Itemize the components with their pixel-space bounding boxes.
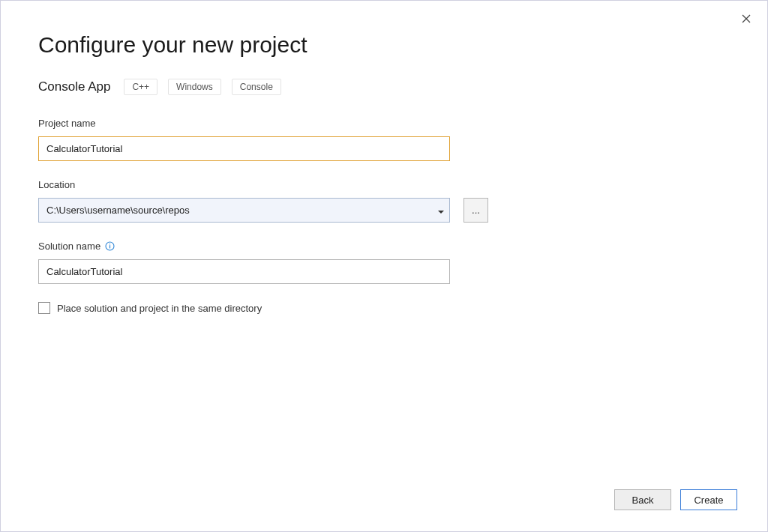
- same-directory-checkbox[interactable]: [38, 302, 50, 314]
- page-title: Configure your new project: [38, 32, 730, 58]
- location-combo[interactable]: [38, 198, 450, 223]
- template-summary: Console App C++ Windows Console: [38, 79, 730, 95]
- template-tag: Windows: [168, 79, 221, 95]
- template-name: Console App: [38, 79, 110, 94]
- same-directory-checkbox-row: Place solution and project in the same d…: [38, 302, 730, 314]
- solution-name-group: Solution name: [38, 241, 730, 284]
- close-button[interactable]: [739, 11, 754, 26]
- close-icon: [742, 14, 751, 23]
- same-directory-label[interactable]: Place solution and project in the same d…: [57, 303, 262, 314]
- svg-rect-4: [110, 244, 110, 244]
- location-label: Location: [38, 179, 730, 190]
- project-name-input[interactable]: [38, 136, 450, 161]
- dialog-footer: Back Create: [614, 489, 737, 510]
- template-tag: C++: [124, 79, 158, 95]
- location-input[interactable]: [38, 198, 450, 223]
- dialog-content: Configure your new project Console App C…: [1, 1, 767, 314]
- create-button[interactable]: Create: [680, 489, 737, 510]
- browse-location-button[interactable]: ...: [464, 198, 488, 223]
- solution-name-label: Solution name: [38, 241, 730, 252]
- template-tag: Console: [232, 79, 281, 95]
- location-group: Location ...: [38, 179, 730, 223]
- project-name-label: Project name: [38, 118, 730, 129]
- info-icon[interactable]: [105, 241, 115, 251]
- back-button[interactable]: Back: [614, 489, 671, 510]
- solution-name-input[interactable]: [38, 259, 450, 284]
- project-name-group: Project name: [38, 118, 730, 161]
- svg-rect-3: [110, 245, 110, 248]
- solution-name-label-text: Solution name: [38, 241, 100, 252]
